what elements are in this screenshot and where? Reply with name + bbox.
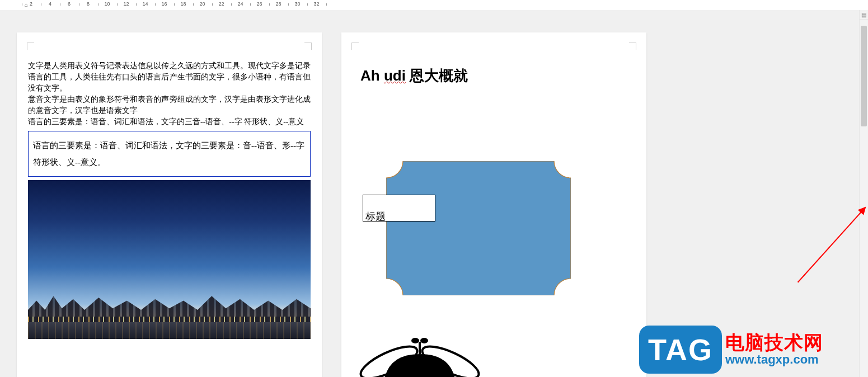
page-1: 文字是人类用表义符号记录表达信息以传之久远的方式和工具。现代文字多是记录语言的工… — [17, 32, 322, 377]
margin-corner-icon — [629, 43, 636, 50]
vertical-scrollbar[interactable]: ▤ — [859, 10, 868, 377]
margin-corner-icon — [351, 43, 359, 50]
paragraph-text[interactable]: 文字是人类用表义符号记录表达信息以传之久远的方式和工具。现代文字多是记录语言的工… — [28, 60, 311, 94]
rounded-snip-shape[interactable] — [386, 161, 571, 295]
margin-corner-icon — [304, 43, 312, 50]
horizontal-ruler[interactable]: ⌂ 2468101214161820222426283032 — [0, 0, 868, 11]
scrollbar-options-icon[interactable]: ▤ — [860, 10, 868, 20]
document-canvas[interactable]: 文字是人类用表义符号记录表达信息以传之久远的方式和工具。现代文字多是记录语言的工… — [0, 10, 860, 377]
inserted-image[interactable] — [28, 180, 311, 339]
text-box[interactable]: 语言的三要素是：语音、词汇和语法，文字的三要素是：音--语音、形--字符形状、义… — [28, 131, 311, 177]
heading-text[interactable]: Ah udi 恩大概就 — [360, 66, 635, 86]
paragraph-text[interactable]: 语言的三要素是：语音、词汇和语法，文字的三音--语音、--字 符形状、义--意义 — [28, 116, 311, 128]
scrollbar-thumb[interactable] — [861, 26, 867, 126]
heading-underlined: udi — [384, 67, 406, 84]
svg-point-4 — [420, 338, 428, 343]
water-reflection — [28, 322, 311, 339]
margin-corner-icon — [27, 43, 34, 50]
paragraph-text[interactable]: 意音文字是由表义的象形符号和表音的声旁组成的文字，汉字是由表形文字进化成的意音文… — [28, 94, 311, 116]
title-textbox[interactable]: 标题 — [363, 195, 435, 222]
heading-suffix: 恩大概就 — [406, 67, 468, 84]
heading-prefix: Ah — [360, 67, 384, 84]
cartoon-bunny-image[interactable] — [358, 337, 481, 377]
page-2: Ah udi 恩大概就 标题 — [341, 32, 646, 377]
svg-point-3 — [411, 338, 419, 343]
